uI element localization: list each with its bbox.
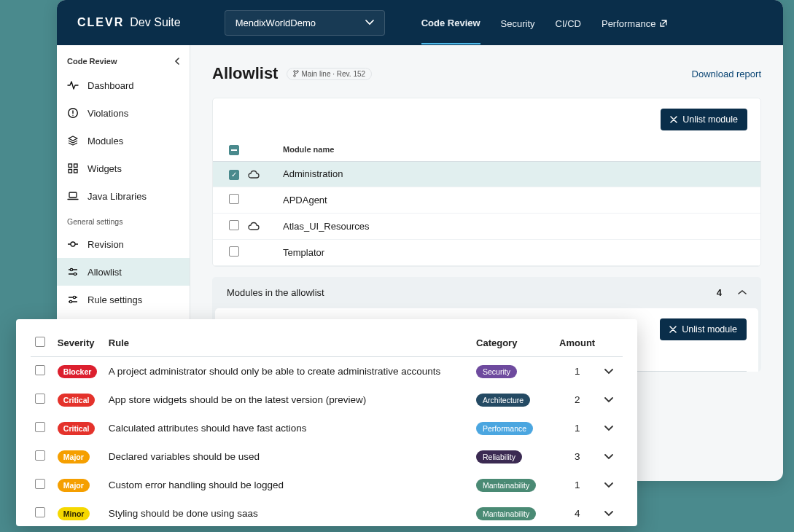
sidebar-item-label: Modules: [87, 136, 123, 146]
svg-point-7: [70, 268, 72, 270]
chevron-down-icon: [365, 20, 374, 26]
revision-pill: Main line · Rev. 152: [287, 68, 372, 80]
tab-security[interactable]: Security: [501, 2, 535, 44]
allowlist-section-header[interactable]: Modules in the allowlist 4: [212, 277, 761, 308]
amount: 4: [554, 499, 600, 526]
table-row[interactable]: Blocker A project administrator should o…: [31, 357, 623, 386]
brand-suite: Dev Suite: [127, 16, 181, 28]
top-bar: CLEVR Dev Suite MendixWorldDemo Code Rev…: [57, 0, 783, 45]
brand-name: CLEVR: [77, 16, 124, 28]
chevron-down-icon[interactable]: [604, 397, 618, 403]
sidebar-item-dashboard[interactable]: Dashboard: [57, 71, 190, 99]
table-row[interactable]: Critical App store widgets should be on …: [31, 386, 623, 414]
svg-point-12: [297, 71, 299, 73]
table-row[interactable]: Major Custom error handling should be lo…: [31, 471, 623, 499]
category-pill: Architecture: [476, 394, 530, 407]
sidebar-item-java-libraries[interactable]: Java Libraries: [57, 182, 190, 210]
laptop-icon: [67, 190, 79, 202]
severity-pill: Critical: [58, 422, 96, 435]
collapse-icon[interactable]: [174, 58, 181, 65]
amount: 1: [554, 414, 600, 442]
svg-point-9: [73, 296, 75, 298]
chevron-down-icon[interactable]: [604, 482, 618, 488]
chevron-down-icon[interactable]: [604, 426, 618, 431]
severity-pill: Major: [58, 479, 90, 492]
sidebar-item-modules[interactable]: Modules: [57, 127, 190, 154]
sidebar-item-violations[interactable]: Violations: [57, 99, 190, 127]
tab-performance[interactable]: Performance: [602, 2, 668, 44]
chevron-up-icon: [738, 289, 747, 295]
svg-rect-5: [69, 192, 77, 197]
amount: 1: [554, 357, 600, 386]
sidebar-item-label: Violations: [87, 108, 128, 119]
severity-pill: Major: [58, 450, 90, 463]
table-row[interactable]: ✓ Administration: [213, 162, 760, 187]
close-icon: [670, 116, 677, 123]
row-checkbox[interactable]: [35, 422, 45, 432]
sidebar-header: Code Review: [57, 52, 190, 71]
external-link-icon: [659, 19, 668, 28]
category-pill: Mantainability: [476, 479, 536, 492]
select-all-checkbox[interactable]: [35, 337, 45, 347]
svg-point-10: [69, 300, 71, 302]
table-row[interactable]: Templator: [213, 239, 760, 265]
section-title: Modules in the allowlist: [227, 287, 324, 298]
sidebar-item-revision[interactable]: Revision: [57, 230, 190, 258]
svg-point-11: [294, 71, 296, 73]
table-row[interactable]: APDAgent: [213, 187, 760, 213]
rules-card: Severity Rule Category Amount Blocker A …: [16, 319, 637, 526]
row-checkbox[interactable]: [35, 479, 45, 489]
chevron-down-icon[interactable]: [604, 454, 618, 460]
sidebar-item-rule-settings[interactable]: Rule settings: [57, 286, 190, 313]
row-checkbox[interactable]: [35, 365, 45, 375]
chevron-down-icon[interactable]: [604, 511, 618, 517]
row-checkbox[interactable]: [229, 220, 239, 230]
sidebar-item-label: Java Libraries: [87, 191, 147, 202]
row-checkbox[interactable]: [229, 194, 239, 204]
col-amount: Amount: [554, 329, 600, 357]
category-pill: Reliability: [476, 450, 522, 463]
amount: 3: [554, 442, 600, 471]
sidebar-item-widgets[interactable]: Widgets: [57, 154, 190, 182]
table-row[interactable]: Minor Styling should be done using saas …: [31, 499, 623, 526]
unlist-module-button-2[interactable]: Unlist module: [660, 318, 747, 340]
severity-pill: Blocker: [58, 365, 98, 378]
sidebar-item-label: Rule settings: [87, 294, 142, 305]
project-selected: MendixWorldDemo: [236, 17, 316, 28]
nav-tabs: Code Review Security CI/CD Performance: [421, 0, 669, 45]
svg-rect-2: [74, 164, 78, 168]
select-all-checkbox[interactable]: [229, 145, 239, 155]
row-checkbox[interactable]: [35, 507, 45, 517]
rule-text: Declared variables should be used: [104, 442, 472, 471]
tab-code-review[interactable]: Code Review: [421, 1, 480, 44]
tab-cicd[interactable]: CI/CD: [556, 2, 581, 44]
sidebar-item-allowlist[interactable]: Allowlist: [57, 258, 190, 286]
row-checkbox[interactable]: [35, 394, 45, 404]
sidebar-general-label: General settings: [57, 210, 190, 230]
rule-text: Calculated attributes should have fast a…: [104, 414, 472, 442]
svg-point-8: [74, 273, 76, 275]
download-report-link[interactable]: Download report: [692, 69, 761, 79]
cloud-icon: [248, 170, 283, 179]
layers-icon: [67, 135, 79, 146]
page-title: Allowlist: [212, 64, 278, 83]
project-select[interactable]: MendixWorldDemo: [225, 10, 385, 36]
unlist-module-button[interactable]: Unlist module: [661, 109, 747, 130]
row-checkbox[interactable]: [35, 450, 45, 461]
category-pill: Security: [476, 365, 517, 378]
chevron-down-icon[interactable]: [604, 369, 618, 375]
table-row[interactable]: Critical Calculated attributes should ha…: [31, 414, 623, 442]
category-pill: Mantainability: [476, 507, 536, 520]
severity-pill: Minor: [58, 507, 90, 520]
module-name: Atlas_UI_Resources: [283, 213, 760, 239]
row-checkbox[interactable]: ✓: [229, 170, 239, 180]
svg-rect-3: [69, 170, 72, 173]
row-checkbox[interactable]: [229, 246, 239, 257]
table-row[interactable]: Atlas_UI_Resources: [213, 213, 760, 239]
alert-circle-icon: [67, 107, 79, 119]
branch-icon: [293, 70, 299, 77]
rule-text: App store widgets should be on the lates…: [104, 386, 472, 414]
svg-point-6: [71, 242, 75, 246]
table-row[interactable]: Major Declared variables should be used …: [31, 442, 623, 471]
sidebar-item-label: Revision: [87, 239, 124, 250]
